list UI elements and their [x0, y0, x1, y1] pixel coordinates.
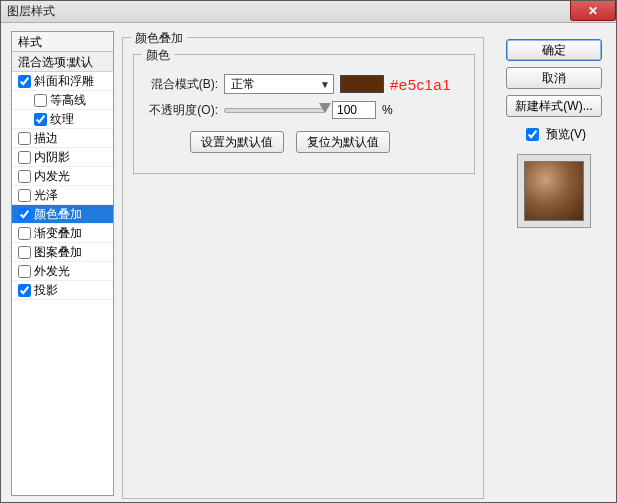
sidebar-checkbox-9[interactable] [18, 246, 31, 259]
sidebar-item-9[interactable]: 图案叠加 [12, 243, 113, 262]
sidebar-checkbox-10[interactable] [18, 265, 31, 278]
sidebar-blend-options[interactable]: 混合选项:默认 [12, 52, 113, 72]
preview-box [517, 154, 591, 228]
new-style-button[interactable]: 新建样式(W)... [506, 95, 602, 117]
opacity-label: 不透明度(O): [144, 102, 218, 119]
color-annotation: #e5c1a1 [390, 76, 451, 93]
opacity-slider[interactable] [224, 108, 326, 113]
preview-thumbnail [524, 161, 584, 221]
slider-thumb-icon[interactable] [319, 103, 331, 113]
sidebar-checkbox-6[interactable] [18, 189, 31, 202]
sidebar-item-7[interactable]: 颜色叠加 [12, 205, 113, 224]
sidebar-checkbox-3[interactable] [18, 132, 31, 145]
center-pane: 颜色叠加 颜色 混合模式(B): 正常 ▼ #e5c1a1 [122, 31, 494, 496]
group-title: 颜色叠加 [131, 30, 187, 47]
sidebar-item-label: 等高线 [50, 92, 86, 109]
sidebar-item-label: 描边 [34, 130, 58, 147]
sidebar-item-label: 内阴影 [34, 149, 70, 166]
sidebar-checkbox-11[interactable] [18, 284, 31, 297]
ok-button[interactable]: 确定 [506, 39, 602, 61]
sidebar-item-4[interactable]: 内阴影 [12, 148, 113, 167]
sidebar-item-10[interactable]: 外发光 [12, 262, 113, 281]
sidebar-item-label: 外发光 [34, 263, 70, 280]
color-overlay-group: 颜色叠加 颜色 混合模式(B): 正常 ▼ #e5c1a1 [122, 37, 484, 499]
sidebar-checkbox-4[interactable] [18, 151, 31, 164]
color-swatch[interactable] [340, 75, 384, 93]
opacity-input[interactable] [332, 101, 376, 119]
titlebar[interactable]: 图层样式 ✕ [1, 1, 616, 23]
blend-mode-label: 混合模式(B): [144, 76, 218, 93]
sidebar-item-label: 斜面和浮雕 [34, 73, 94, 90]
blend-mode-row: 混合模式(B): 正常 ▼ #e5c1a1 [144, 73, 451, 95]
sidebar-item-label: 图案叠加 [34, 244, 82, 261]
sidebar-checkbox-1[interactable] [34, 94, 47, 107]
set-default-button[interactable]: 设置为默认值 [190, 131, 284, 153]
window-title: 图层样式 [7, 3, 55, 20]
sidebar-checkbox-7[interactable] [18, 208, 31, 221]
sidebar-item-3[interactable]: 描边 [12, 129, 113, 148]
sidebar-item-label: 渐变叠加 [34, 225, 82, 242]
cancel-button[interactable]: 取消 [506, 67, 602, 89]
blend-mode-value: 正常 [231, 76, 255, 93]
opacity-row: 不透明度(O): % [144, 99, 393, 121]
sidebar-item-label: 光泽 [34, 187, 58, 204]
sidebar-item-label: 投影 [34, 282, 58, 299]
default-buttons-row: 设置为默认值 复位为默认值 [190, 131, 390, 153]
sidebar-item-1[interactable]: 等高线 [12, 91, 113, 110]
sidebar-item-label: 内发光 [34, 168, 70, 185]
preview-checkbox[interactable] [526, 128, 539, 141]
opacity-suffix: % [382, 103, 393, 117]
dialog-body: 样式 混合选项:默认 斜面和浮雕等高线纹理描边内阴影内发光光泽颜色叠加渐变叠加图… [11, 31, 606, 496]
sidebar-checkbox-2[interactable] [34, 113, 47, 126]
inner-group-title: 颜色 [142, 47, 174, 64]
reset-default-button[interactable]: 复位为默认值 [296, 131, 390, 153]
sidebar-checkbox-8[interactable] [18, 227, 31, 240]
preview-toggle-row: 预览(V) [522, 125, 586, 144]
chevron-down-icon: ▼ [320, 79, 330, 90]
layer-style-dialog: 图层样式 ✕ 样式 混合选项:默认 斜面和浮雕等高线纹理描边内阴影内发光光泽颜色… [0, 0, 617, 503]
preview-label: 预览(V) [546, 126, 586, 143]
sidebar-item-label: 纹理 [50, 111, 74, 128]
sidebar-item-2[interactable]: 纹理 [12, 110, 113, 129]
sidebar-item-5[interactable]: 内发光 [12, 167, 113, 186]
sidebar-item-8[interactable]: 渐变叠加 [12, 224, 113, 243]
sidebar-item-label: 颜色叠加 [34, 206, 82, 223]
styles-sidebar: 样式 混合选项:默认 斜面和浮雕等高线纹理描边内阴影内发光光泽颜色叠加渐变叠加图… [11, 31, 114, 496]
blend-mode-combo[interactable]: 正常 ▼ [224, 74, 334, 94]
sidebar-item-11[interactable]: 投影 [12, 281, 113, 300]
sidebar-item-0[interactable]: 斜面和浮雕 [12, 72, 113, 91]
close-icon: ✕ [588, 4, 598, 18]
sidebar-header[interactable]: 样式 [12, 32, 113, 52]
sidebar-checkbox-5[interactable] [18, 170, 31, 183]
color-group: 颜色 混合模式(B): 正常 ▼ #e5c1a1 不透明度(O): [133, 54, 475, 174]
sidebar-checkbox-0[interactable] [18, 75, 31, 88]
close-button[interactable]: ✕ [570, 1, 616, 21]
right-column: 确定 取消 新建样式(W)... 预览(V) [502, 31, 606, 496]
sidebar-item-6[interactable]: 光泽 [12, 186, 113, 205]
